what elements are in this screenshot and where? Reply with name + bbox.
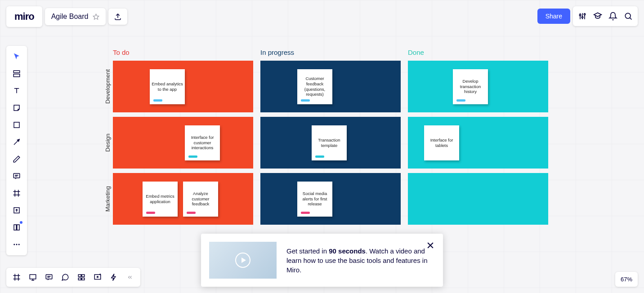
row-label-marketing: Marketing [103,173,113,225]
video-thumbnail[interactable] [209,242,277,279]
cell-marketing-done[interactable] [408,173,548,225]
sticky-note[interactable]: Interface for customer interactions [185,125,220,160]
sticky-note[interactable]: Interface for tablets [424,125,459,160]
sticky-note[interactable]: Embed analytics to the app [150,69,185,104]
logo-box[interactable]: miro [6,6,42,27]
frames-panel-icon[interactable] [9,271,24,284]
svg-rect-9 [13,71,20,73]
popup-text: Get started in 90 seconds. Watch a video… [286,246,435,275]
svg-point-25 [16,244,18,245]
svg-point-2 [579,14,581,16]
star-icon[interactable] [93,13,99,20]
sticky-note[interactable]: Customer feedback (questions, requests) [297,69,332,104]
more-tool[interactable] [9,236,24,253]
tag-icon [301,212,310,214]
svg-rect-23 [17,225,19,230]
notifications-icon[interactable] [606,9,620,23]
share-button[interactable]: Share [537,9,570,24]
pen-tool[interactable] [9,151,24,167]
export-icon [114,13,122,21]
templates-tool[interactable] [9,66,24,82]
row-marketing: Marketing Embed metrics application Anal… [103,173,552,225]
tag-icon [153,99,162,102]
text-tool[interactable] [9,83,24,99]
zoom-level[interactable]: 67% [615,272,638,287]
row-label-development: Development [103,61,113,112]
svg-rect-10 [13,74,20,77]
sticky-note[interactable]: Develop transaction history [453,69,488,104]
svg-line-8 [630,18,631,19]
column-headers: To do In progress Done [113,49,552,56]
kanban-board: Development Embed analytics to the app C… [103,61,552,225]
search-icon[interactable] [622,9,635,23]
svg-point-26 [18,244,20,245]
cell-dev-todo[interactable]: Embed analytics to the app [113,61,253,112]
upload-tool[interactable] [9,202,24,218]
screenshare-icon[interactable] [90,271,105,284]
cell-marketing-todo[interactable]: Embed metrics application Analyze custom… [113,173,253,225]
sticky-note[interactable]: Transaction template [312,125,347,160]
settings-icon[interactable] [576,9,589,23]
svg-rect-22 [14,225,16,230]
board-canvas: To do In progress Done Development Embed… [103,49,552,225]
arrow-tool[interactable] [9,134,24,150]
sticky-note[interactable]: Social media alerts for first release [297,182,332,217]
top-right-tools: Share [537,6,638,26]
svg-rect-39 [82,275,85,277]
activity-icon[interactable] [106,271,121,284]
board-title-box[interactable]: Agile Board [45,8,106,25]
cell-marketing-inprog[interactable]: Social media alerts for first release [260,173,401,225]
cell-design-inprog[interactable]: Transaction template [260,117,401,169]
collapse-icon[interactable] [122,271,138,284]
present-icon[interactable] [25,271,40,284]
column-header-todo: To do [113,49,253,56]
cursor-tool[interactable] [9,49,24,65]
header: miro Agile Board [6,6,127,27]
tag-icon [456,99,465,102]
svg-rect-31 [30,275,36,279]
onboarding-popup: Get started in 90 seconds. Watch a video… [201,234,443,287]
svg-rect-40 [82,278,85,280]
svg-point-4 [581,17,583,18]
column-header-in-progress: In progress [260,49,401,56]
learn-icon[interactable] [591,9,604,23]
comment-tool[interactable] [9,168,24,184]
sticky-note[interactable]: Analyze customer feedback [183,182,218,217]
chat-icon[interactable] [58,271,73,284]
cell-design-done[interactable]: Interface for tablets [408,117,548,169]
left-toolbar [6,46,27,255]
close-icon[interactable] [426,241,435,250]
shape-tool[interactable] [9,117,24,133]
right-icon-group [573,6,638,26]
export-button[interactable] [108,9,127,25]
sticky-note-tool[interactable] [9,100,24,116]
svg-point-6 [584,13,585,15]
cell-design-todo[interactable]: Interface for customer interactions [113,117,253,169]
frame-tool[interactable] [9,185,24,201]
tag-icon [315,155,324,158]
row-design: Design Interface for customer interactio… [103,117,552,169]
svg-rect-37 [78,275,81,277]
svg-rect-38 [78,278,81,280]
bottom-toolbar [6,268,140,287]
svg-marker-0 [94,14,99,19]
row-label-design: Design [103,117,113,169]
board-title: Agile Board [51,13,89,21]
apps-tool[interactable] [9,219,24,235]
svg-rect-34 [46,275,52,279]
sticky-note[interactable]: Embed metrics application [143,182,178,217]
play-icon [235,253,250,268]
svg-rect-11 [14,122,19,128]
svg-rect-14 [13,173,20,178]
tag-icon [146,212,155,214]
cell-dev-inprog[interactable]: Customer feedback (questions, requests) [260,61,401,112]
comments-panel-icon[interactable] [41,271,57,284]
miro-logo: miro [14,11,34,22]
row-development: Development Embed analytics to the app C… [103,61,552,112]
svg-point-24 [13,244,15,245]
cards-icon[interactable] [74,271,89,284]
column-header-done: Done [408,49,548,56]
tag-icon [188,155,197,158]
cell-dev-done[interactable]: Develop transaction history [408,61,548,112]
svg-point-7 [625,13,631,18]
